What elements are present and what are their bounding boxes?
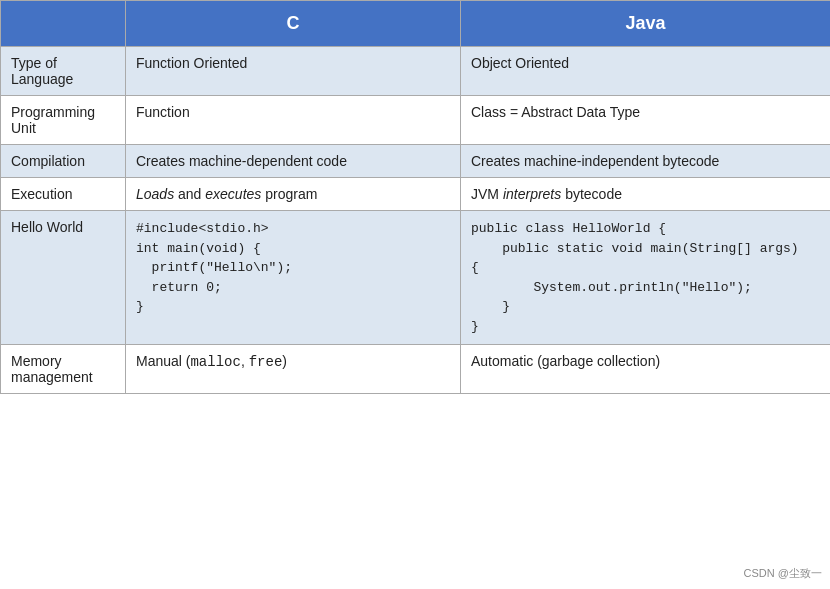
row-c-0: Function Oriented	[126, 47, 461, 96]
row-java-3: JVM interprets bytecode	[461, 178, 831, 211]
row-label-2: Compilation	[1, 145, 126, 178]
row-label-5: Memory management	[1, 345, 126, 394]
row-label-0: Type of Language	[1, 47, 126, 96]
header-label	[1, 1, 126, 47]
row-c-4: #include<stdio.h> int main(void) { print…	[126, 211, 461, 345]
header-java: Java	[461, 1, 831, 47]
row-java-2: Creates machine-independent bytecode	[461, 145, 831, 178]
row-label-3: Execution	[1, 178, 126, 211]
row-c-2: Creates machine-dependent code	[126, 145, 461, 178]
row-java-5: Automatic (garbage collection)	[461, 345, 831, 394]
row-java-0: Object Oriented	[461, 47, 831, 96]
row-c-3: Loads and executes program	[126, 178, 461, 211]
row-c-5: Manual (malloc, free)	[126, 345, 461, 394]
row-c-1: Function	[126, 96, 461, 145]
row-java-1: Class = Abstract Data Type	[461, 96, 831, 145]
watermark: CSDN @尘致一	[744, 566, 822, 581]
row-label-1: Programming Unit	[1, 96, 126, 145]
row-label-4: Hello World	[1, 211, 126, 345]
header-c: C	[126, 1, 461, 47]
row-java-4: public class HelloWorld { public static …	[461, 211, 831, 345]
